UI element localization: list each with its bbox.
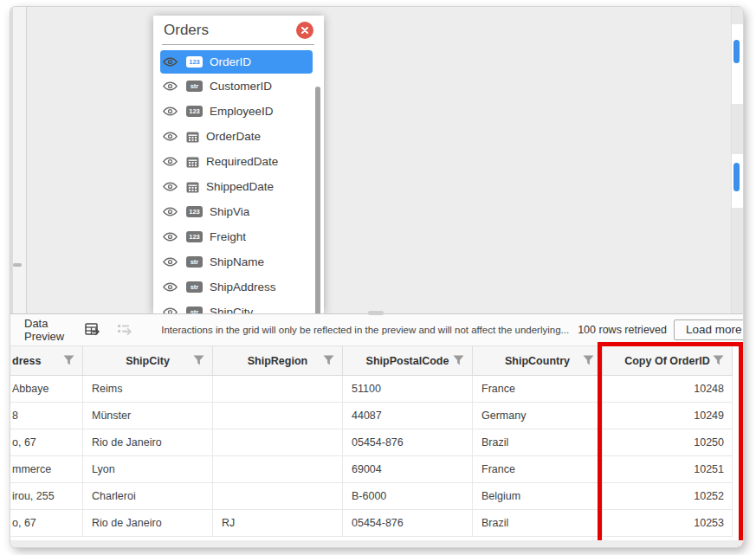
cell-copy-of-orderid: 10249 bbox=[603, 403, 733, 429]
number-type-icon: 123 bbox=[186, 106, 203, 117]
field-item-customerid[interactable]: str CustomerID bbox=[153, 74, 324, 99]
eye-icon[interactable] bbox=[163, 282, 178, 292]
eye-icon[interactable] bbox=[163, 106, 178, 116]
eye-icon[interactable] bbox=[163, 81, 178, 91]
cell-shipcity: Rio de Janeiro bbox=[83, 429, 213, 455]
cell-shippostalcode: 51100 bbox=[343, 376, 473, 402]
number-type-icon: 123 bbox=[186, 231, 203, 242]
eye-icon[interactable] bbox=[163, 232, 178, 242]
grid-header-row: dress ShipCity ShipRegion ShipPostalCode… bbox=[10, 346, 733, 376]
cell-shipaddress: o, 67 bbox=[10, 510, 83, 536]
eye-icon[interactable] bbox=[163, 257, 178, 267]
field-item-shipvia[interactable]: 123 ShipVia bbox=[153, 199, 324, 224]
eye-icon[interactable] bbox=[163, 207, 178, 216]
cell-shipcountry: France bbox=[473, 376, 603, 402]
cell-shipcity: Rio de Janeiro bbox=[83, 510, 213, 536]
cell-copy-of-orderid: 10250 bbox=[603, 429, 733, 455]
preview-toolbar: Data Preview Interactions in the grid wi… bbox=[10, 314, 743, 346]
cell-shipregion bbox=[213, 483, 343, 509]
preview-title: Data Preview bbox=[24, 317, 64, 343]
cell-shippostalcode: B-6000 bbox=[343, 483, 473, 509]
cell-shippostalcode: 69004 bbox=[343, 456, 473, 482]
field-label: ShipName bbox=[210, 255, 264, 268]
scrollbar-thumb[interactable] bbox=[733, 40, 740, 63]
eye-icon[interactable] bbox=[163, 182, 178, 191]
table-row: irou, 255 Charleroi B-6000 Belgium 10252 bbox=[10, 483, 733, 510]
date-type-icon bbox=[186, 131, 199, 143]
popup-scrollbar-thumb[interactable] bbox=[315, 87, 320, 313]
string-type-icon: str bbox=[186, 81, 203, 92]
filter-icon[interactable] bbox=[713, 355, 724, 368]
cell-shipcountry: Brazil bbox=[473, 429, 603, 455]
cell-shipaddress: o, 67 bbox=[10, 429, 83, 455]
field-item-freight[interactable]: 123 Freight bbox=[153, 224, 324, 249]
left-resize-handle[interactable] bbox=[13, 263, 22, 267]
preview-grid: dress ShipCity ShipRegion ShipPostalCode… bbox=[10, 346, 733, 537]
eye-icon[interactable] bbox=[163, 132, 178, 141]
cell-copy-of-orderid: 10248 bbox=[603, 376, 733, 402]
string-type-icon: str bbox=[186, 256, 203, 268]
date-type-icon bbox=[186, 156, 199, 168]
cell-shipcountry: Germany bbox=[473, 403, 603, 429]
field-item-shipcity[interactable]: str ShipCity bbox=[153, 300, 324, 313]
cell-shipregion bbox=[213, 376, 343, 402]
cell-shipregion bbox=[213, 456, 343, 482]
number-type-icon: 123 bbox=[186, 206, 203, 217]
data-preview-panel: Data Preview Interactions in the grid wi… bbox=[10, 313, 743, 547]
preview-notice: Interactions in the grid will only be re… bbox=[161, 325, 569, 335]
panel-resize-handle[interactable] bbox=[368, 311, 384, 315]
column-header-shipcountry: ShipCountry bbox=[473, 346, 603, 375]
field-label: ShipVia bbox=[210, 205, 249, 218]
cell-shipcountry: France bbox=[473, 456, 603, 482]
filter-icon[interactable] bbox=[323, 355, 334, 368]
column-header-shippostalcode: ShipPostalCode bbox=[343, 346, 473, 375]
field-item-shippeddate[interactable]: ShippedDate bbox=[153, 174, 324, 199]
field-label: CustomerID bbox=[210, 80, 272, 93]
field-label: Freight bbox=[210, 230, 246, 243]
scrollbar-thumb[interactable] bbox=[733, 163, 740, 191]
cell-shipcity: Reims bbox=[83, 376, 213, 402]
cell-shipaddress: irou, 255 bbox=[10, 483, 83, 509]
eye-icon[interactable] bbox=[163, 157, 178, 166]
field-item-shipaddress[interactable]: str ShipAddress bbox=[153, 274, 324, 300]
cell-shipregion: RJ bbox=[213, 510, 343, 536]
column-header-shipaddress: dress bbox=[10, 346, 83, 375]
field-label: ShippedDate bbox=[206, 180, 274, 193]
cell-copy-of-orderid: 10253 bbox=[603, 510, 733, 536]
left-panel-edge bbox=[10, 7, 27, 313]
column-header-copy-of-orderid: Copy Of OrderID bbox=[603, 346, 733, 375]
field-label: RequiredDate bbox=[206, 155, 278, 168]
filter-icon[interactable] bbox=[583, 355, 594, 368]
cell-shipcountry: Brazil bbox=[473, 510, 603, 536]
orders-field-popup: Orders 123 OrderID str CustomerID 123 bbox=[153, 16, 324, 313]
filter-icon[interactable] bbox=[193, 355, 204, 368]
popup-title: Orders bbox=[164, 22, 209, 39]
table-row: 8 Münster 44087 Germany 10249 bbox=[10, 403, 733, 429]
rows-retrieved-label: 100 rows retrieved bbox=[578, 324, 667, 336]
filter-icon[interactable] bbox=[453, 355, 464, 368]
cell-shippostalcode: 05454-876 bbox=[343, 429, 473, 455]
eye-icon[interactable] bbox=[163, 307, 178, 313]
column-header-shipcity: ShipCity bbox=[83, 346, 213, 375]
load-more-button[interactable]: Load more bbox=[674, 319, 743, 340]
string-type-icon: str bbox=[186, 281, 203, 293]
cell-shipregion bbox=[213, 429, 343, 455]
field-item-orderdate[interactable]: OrderDate bbox=[153, 124, 324, 149]
cell-shipcountry: Belgium bbox=[473, 483, 603, 509]
close-icon[interactable] bbox=[296, 22, 313, 39]
number-type-icon: 123 bbox=[186, 56, 203, 68]
field-item-requireddate[interactable]: RequiredDate bbox=[153, 149, 324, 174]
field-label: OrderID bbox=[210, 55, 251, 68]
eye-icon[interactable] bbox=[163, 57, 178, 67]
field-item-employeeid[interactable]: 123 EmployeeID bbox=[153, 99, 324, 124]
cell-shipaddress: Abbaye bbox=[10, 376, 83, 402]
filter-icon[interactable] bbox=[63, 355, 74, 368]
field-label: EmployeeID bbox=[210, 105, 274, 118]
field-item-shipname[interactable]: str ShipName bbox=[153, 249, 324, 274]
field-item-orderid[interactable]: 123 OrderID bbox=[160, 50, 313, 74]
string-type-icon: str bbox=[186, 307, 203, 313]
export-grid-icon[interactable] bbox=[85, 323, 103, 338]
cell-shipcity: Charleroi bbox=[83, 483, 213, 509]
export-list-icon[interactable] bbox=[117, 323, 135, 338]
field-list: 123 OrderID str CustomerID 123 EmployeeI… bbox=[153, 45, 324, 313]
